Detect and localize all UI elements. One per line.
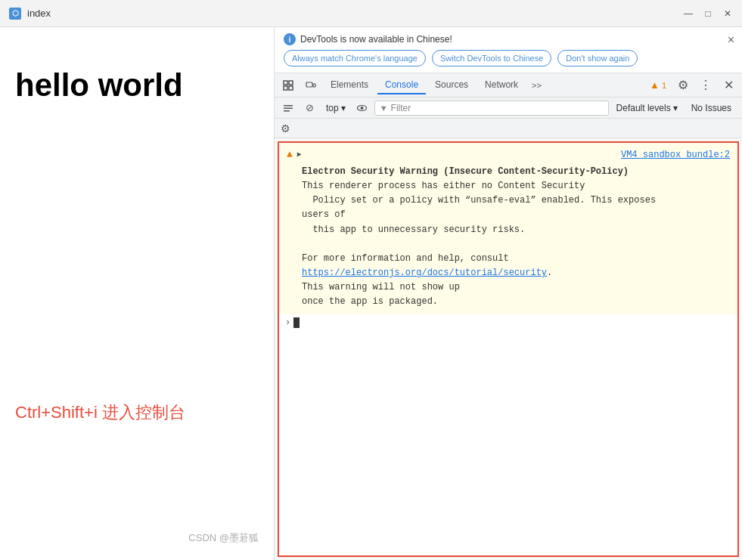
- log-levels-arrow-icon: ▾: [673, 103, 678, 113]
- more-options-button[interactable]: ⋮: [695, 75, 716, 96]
- clear-icon: [283, 103, 293, 113]
- filter-input-field[interactable]: [414, 103, 603, 113]
- clear-console-button[interactable]: [279, 99, 297, 117]
- context-label: top: [326, 103, 339, 113]
- device-emulation-button[interactable]: [300, 75, 321, 96]
- block-button[interactable]: ⊘: [300, 99, 318, 117]
- svg-rect-8: [284, 110, 290, 112]
- svg-rect-7: [284, 107, 293, 109]
- devtools-close-button[interactable]: ✕: [718, 75, 739, 96]
- log-levels-dropdown[interactable]: Default levels ▾: [612, 101, 682, 115]
- context-dropdown[interactable]: top ▾: [321, 101, 350, 115]
- warning-badge: ▲ 1: [645, 78, 671, 92]
- banner-message: DevTools is now available in Chinese!: [300, 34, 452, 45]
- inspect-icon: [283, 80, 293, 91]
- warning-triangle-icon: ▲: [650, 79, 660, 91]
- window-title: index: [27, 8, 51, 19]
- device-icon: [306, 80, 316, 91]
- svg-rect-1: [289, 81, 293, 85]
- console-settings-row: ⚙: [275, 119, 742, 138]
- hello-world-heading: hello world: [15, 65, 259, 107]
- eye-button[interactable]: [353, 99, 371, 117]
- titlebar: ⬡ index — □ ✕: [0, 0, 742, 27]
- warning-icon: ▲: [287, 147, 293, 163]
- filter-container: ▼ Filter: [374, 101, 609, 116]
- main-layout: hello world Ctrl+Shift+i 进入控制台 CSDN @墨莙狐…: [0, 27, 742, 560]
- warning-header: ▲ ▶ VM4 sandbox bundle:2: [287, 147, 730, 163]
- language-banner: i DevTools is now available in Chinese! …: [275, 27, 742, 73]
- console-prompt-icon: ›: [285, 317, 290, 328]
- svg-rect-6: [284, 105, 293, 107]
- warning-body: This renderer process has either no Cont…: [287, 179, 730, 310]
- warning-block: ▲ ▶ VM4 sandbox bundle:2 Electron Securi…: [279, 143, 737, 314]
- dont-show-again-button[interactable]: Don't show again: [557, 50, 638, 67]
- expand-button[interactable]: ▶: [297, 149, 302, 161]
- webpage-panel: hello world Ctrl+Shift+i 进入控制台 CSDN @墨莙狐: [0, 27, 274, 560]
- minimize-button[interactable]: —: [683, 8, 694, 19]
- info-icon: i: [284, 33, 296, 45]
- filter-icon: ▼: [380, 104, 388, 113]
- eye-icon: [356, 104, 368, 113]
- close-button[interactable]: ✕: [722, 8, 733, 19]
- security-doc-link[interactable]: https://electronjs.org/docs/tutorial/sec…: [302, 268, 547, 278]
- banner-title-row: i DevTools is now available in Chinese!: [284, 33, 733, 45]
- switch-to-chinese-button[interactable]: Switch DevTools to Chinese: [432, 50, 551, 67]
- more-tabs-button[interactable]: >>: [527, 78, 546, 93]
- console-output: ▲ ▶ VM4 sandbox bundle:2 Electron Securi…: [278, 141, 739, 557]
- warning-source-link[interactable]: VM4 sandbox bundle:2: [621, 148, 730, 162]
- filter-placeholder-text: Filter: [391, 103, 411, 113]
- console-input-row: ›: [279, 314, 737, 331]
- console-toolbar: ⊘ top ▾ ▼ Filter Default levels ▾ No Iss…: [275, 97, 742, 119]
- maximize-button[interactable]: □: [703, 8, 713, 19]
- warning-title: Electron Security Warning (Insecure Cont…: [287, 165, 730, 179]
- svg-rect-4: [306, 82, 312, 87]
- match-language-button[interactable]: Always match Chrome's language: [284, 50, 426, 67]
- tab-elements[interactable]: Elements: [323, 76, 376, 94]
- svg-rect-2: [284, 86, 287, 90]
- log-levels-label: Default levels: [616, 103, 671, 113]
- no-issues-label: No Issues: [685, 103, 737, 113]
- svg-rect-3: [289, 86, 293, 90]
- console-settings-gear-icon[interactable]: ⚙: [281, 122, 290, 135]
- banner-buttons: Always match Chrome's language Switch De…: [284, 50, 733, 67]
- svg-point-10: [361, 107, 364, 110]
- tab-console[interactable]: Console: [377, 76, 426, 94]
- dropdown-arrow-icon: ▾: [341, 103, 346, 113]
- tab-sources[interactable]: Sources: [427, 76, 476, 94]
- devtools-settings-button[interactable]: ⚙: [672, 75, 694, 96]
- window-controls: — □ ✕: [683, 8, 733, 19]
- watermark: CSDN @墨莙狐: [188, 531, 259, 545]
- svg-rect-5: [313, 84, 315, 87]
- app-icon: ⬡: [9, 8, 21, 20]
- inspect-element-button[interactable]: [278, 75, 299, 96]
- svg-rect-0: [284, 81, 287, 85]
- tab-network[interactable]: Network: [477, 76, 526, 94]
- banner-close-button[interactable]: ×: [728, 33, 734, 47]
- shortcut-hint: Ctrl+Shift+i 进入控制台: [15, 401, 185, 424]
- devtools-panel: i DevTools is now available in Chinese! …: [274, 27, 742, 560]
- console-cursor: [293, 317, 300, 328]
- devtools-tabs-toolbar: Elements Console Sources Network >> ▲ 1 …: [275, 73, 742, 97]
